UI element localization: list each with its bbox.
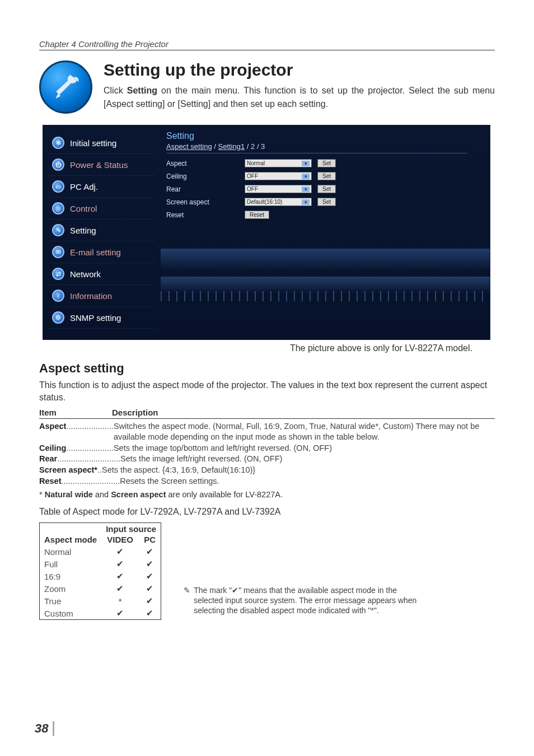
desc-row: Aspect.....................Switches the … <box>39 421 495 443</box>
sidebar-item-information[interactable]: iInformation <box>49 285 155 307</box>
sidebar-item-pc-adj-[interactable]: ▭PC Adj. <box>49 176 155 198</box>
desc-row: Reset..........................Resets th… <box>39 476 495 487</box>
sidebar-icon: ✉ <box>52 246 64 258</box>
sidebar-icon: ⚙ <box>52 311 64 324</box>
sidebar-icon: ▭ <box>52 180 64 193</box>
page-number: 38 <box>35 721 54 736</box>
set-button[interactable]: Set <box>317 159 336 167</box>
chevron-down-icon: ▾ <box>302 174 310 179</box>
setting-select[interactable]: Default(16:10)▾ <box>245 198 312 206</box>
note: ✎ The mark "✔" means that the available … <box>184 585 424 616</box>
desc-row: Ceiling.....................Sets the ima… <box>39 443 495 454</box>
chevron-down-icon: ▾ <box>302 186 310 192</box>
setting-row-ceiling: CeilingOFF▾Set <box>166 170 467 183</box>
sidebar-item-label: E-mail setting <box>70 248 121 257</box>
sidebar-item-control[interactable]: ◎Control <box>49 198 155 220</box>
sidebar-item-label: SNMP setting <box>70 313 121 323</box>
sidebar: ✻Initial setting⏻Power & Status▭PC Adj.◎… <box>43 125 161 339</box>
chevron-down-icon: ▾ <box>302 161 310 166</box>
setting-row-rear: RearOFF▾Set <box>166 183 467 195</box>
setting-row-aspect: AspectNormal▾Set <box>166 157 467 170</box>
table-row: True*✔ <box>40 595 161 607</box>
sidebar-icon: ◎ <box>52 202 64 214</box>
set-button[interactable]: Set <box>317 198 336 206</box>
description-header: Item Description <box>39 408 495 419</box>
tab-aspect-setting[interactable]: Aspect setting <box>166 142 212 151</box>
sidebar-item-setting[interactable]: ✎Setting <box>49 220 155 241</box>
sidebar-item-label: Power & Status <box>70 160 128 170</box>
sidebar-item-label: Initial setting <box>70 138 116 148</box>
panel-title: Setting <box>166 131 467 141</box>
intro-text: Click Setting on the main menu. This fun… <box>104 84 495 111</box>
sidebar-item-snmp-setting[interactable]: ⚙SNMP setting <box>49 307 155 329</box>
setting-row-screen-aspect: Screen aspectDefault(16:10)▾Set <box>166 195 467 208</box>
sidebar-icon: ✻ <box>52 137 64 149</box>
aspect-mode-table: Input source Aspect mode VIDEO PC Normal… <box>39 522 161 620</box>
setting-label: Rear <box>166 185 239 193</box>
setting-label: Screen aspect <box>166 198 239 206</box>
settings-panel: Setting Aspect setting / Setting1 / 2 / … <box>161 125 490 339</box>
sidebar-icon: i <box>52 290 64 302</box>
table-row: Full✔✔ <box>40 558 161 570</box>
aspect-setting-heading: Aspect setting <box>39 361 495 376</box>
sidebar-item-label: PC Adj. <box>70 182 98 192</box>
setting-select[interactable]: Normal▾ <box>245 159 312 167</box>
settings-screenshot: ✻Initial setting⏻Power & Status▭PC Adj.◎… <box>43 125 490 340</box>
setting-select[interactable]: OFF▾ <box>245 172 312 180</box>
desc-row: Rear............................Sets the… <box>39 454 495 465</box>
reset-button[interactable]: Reset <box>245 211 269 219</box>
sidebar-icon: ⏻ <box>52 158 64 171</box>
chevron-down-icon: ▾ <box>302 199 310 205</box>
sidebar-item-initial-setting[interactable]: ✻Initial setting <box>49 132 155 154</box>
sidebar-item-label: Setting <box>70 226 96 235</box>
page-title: Setting up the projector <box>104 60 495 80</box>
wrench-icon <box>39 60 92 114</box>
table-row: Zoom✔✔ <box>40 582 161 595</box>
sidebar-item-label: Network <box>70 269 101 279</box>
setting-label: Reset <box>166 211 239 219</box>
set-button[interactable]: Set <box>317 185 336 193</box>
table-row: Normal✔✔ <box>40 545 161 558</box>
desc-row: Screen aspect*..Sets the aspect. {4:3, 1… <box>39 465 495 476</box>
pencil-icon: ✎ <box>184 585 190 616</box>
sidebar-item-e-mail-setting[interactable]: ✉E-mail setting <box>49 241 155 263</box>
setting-label: Ceiling <box>166 172 239 180</box>
setting-label: Aspect <box>166 160 239 167</box>
footnote: * Natural wide and Screen aspect are onl… <box>39 490 495 499</box>
sidebar-item-label: Control <box>70 204 97 213</box>
table-row: 16:9✔✔ <box>40 570 161 582</box>
sidebar-icon: ⇄ <box>52 268 64 280</box>
tab-setting1[interactable]: Setting1 <box>218 142 245 151</box>
panel-tabs: Aspect setting / Setting1 / 2 / 3 <box>166 142 467 153</box>
sidebar-item-power-status[interactable]: ⏻Power & Status <box>49 154 155 176</box>
table-row: Custom✔✔ <box>40 607 161 620</box>
chapter-header: Chapter 4 Controlling the Projector <box>39 39 495 50</box>
set-button[interactable]: Set <box>317 172 336 180</box>
screenshot-caption: The picture above is only for LV-8227A m… <box>39 343 472 353</box>
sidebar-item-label: Information <box>70 291 112 301</box>
setting-row-reset: ResetReset <box>166 208 467 221</box>
sidebar-item-network[interactable]: ⇄Network <box>49 263 155 285</box>
table-caption: Table of Aspect mode for LV-7292A, LV-72… <box>39 507 495 517</box>
sidebar-icon: ✎ <box>52 224 64 236</box>
setting-select[interactable]: OFF▾ <box>245 185 312 193</box>
aspect-intro: This function is to adjust the aspect mo… <box>39 379 495 404</box>
